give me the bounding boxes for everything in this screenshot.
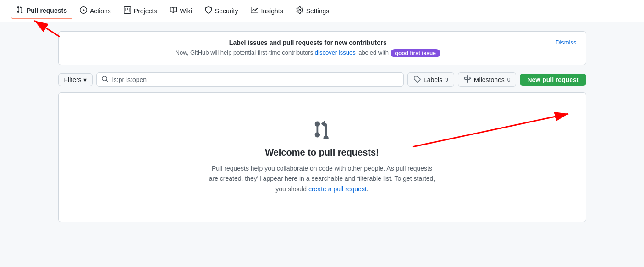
- nav-item-settings[interactable]: Settings: [291, 3, 335, 19]
- labels-count: 9: [445, 77, 448, 83]
- empty-state-box: Welcome to pull requests! Pull requests …: [58, 92, 586, 222]
- nav-item-actions[interactable]: Actions: [74, 3, 116, 19]
- nav-item-security[interactable]: Security: [199, 3, 244, 19]
- new-pull-request-button[interactable]: New pull request: [520, 74, 586, 86]
- security-nav-icon: [205, 6, 212, 15]
- chevron-down-icon: ▾: [83, 76, 87, 83]
- nav-label-settings: Settings: [306, 7, 330, 15]
- projects-nav-icon: [124, 6, 131, 15]
- filters-label: Filters: [64, 76, 82, 83]
- dismiss-button[interactable]: Dismiss: [556, 39, 577, 46]
- nav-item-pull-requests[interactable]: Pull requests: [11, 2, 72, 19]
- banner-desc-prefix: Now, GitHub will help potential first-ti…: [176, 49, 315, 56]
- nav-label-security: Security: [215, 7, 238, 15]
- nav-label-projects: Projects: [134, 7, 157, 15]
- milestones-label: Milestones: [474, 76, 505, 83]
- banner-description: Now, GitHub will help potential first-ti…: [68, 49, 549, 57]
- banner-title: Label issues and pull requests for new c…: [68, 39, 549, 46]
- nav-label-actions: Actions: [90, 7, 111, 15]
- nav-label-insights: Insights: [261, 7, 283, 15]
- tag-icon: [413, 75, 421, 84]
- nav-item-insights[interactable]: Insights: [245, 3, 288, 19]
- nav-label-wiki: Wiki: [180, 7, 192, 15]
- create-pull-request-link[interactable]: create a pull request: [308, 185, 367, 193]
- discover-issues-link[interactable]: discover issues: [315, 49, 356, 56]
- milestones-button[interactable]: Milestones 0: [458, 72, 517, 87]
- milestones-count: 0: [507, 77, 511, 83]
- empty-state-description: Pull requests help you collaborate on co…: [208, 163, 437, 194]
- empty-state-title: Welcome to pull requests!: [70, 147, 575, 158]
- good-first-issue-badge: good first issue: [391, 49, 440, 57]
- nav-bar: Pull requests Actions Projects Wiki: [0, 0, 644, 22]
- pr-empty-icon: [70, 120, 575, 140]
- labels-label: Labels: [424, 76, 442, 83]
- settings-nav-icon: [296, 6, 303, 15]
- nav-item-wiki[interactable]: Wiki: [164, 3, 197, 19]
- pr-nav-icon: [17, 6, 24, 15]
- insights-nav-icon: [251, 6, 258, 15]
- filters-button[interactable]: Filters ▾: [58, 73, 93, 86]
- labels-button[interactable]: Labels 9: [407, 72, 454, 87]
- contributor-banner: Label issues and pull requests for new c…: [58, 31, 586, 65]
- actions-nav-icon: [80, 6, 87, 15]
- milestone-icon: [464, 75, 471, 84]
- filters-bar: Filters ▾ Labels 9: [58, 72, 586, 87]
- search-input[interactable]: [112, 76, 399, 83]
- nav-label-pull-requests: Pull requests: [27, 7, 67, 14]
- main-content: Label issues and pull requests for new c…: [47, 31, 597, 222]
- banner-content: Label issues and pull requests for new c…: [68, 39, 549, 57]
- wiki-nav-icon: [170, 6, 177, 15]
- nav-item-projects[interactable]: Projects: [118, 3, 163, 19]
- banner-desc-suffix: labeled with: [356, 49, 389, 56]
- search-box: [96, 72, 404, 87]
- search-icon: [101, 75, 109, 84]
